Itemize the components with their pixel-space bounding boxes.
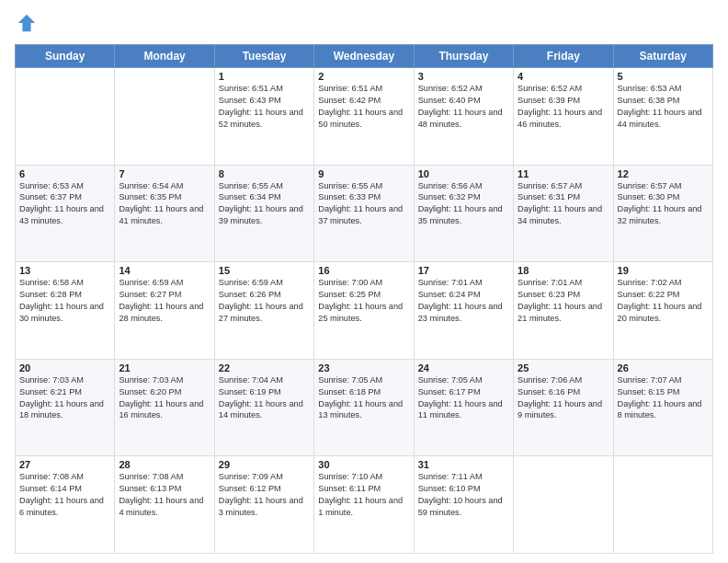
day-info: Sunrise: 6:51 AM Sunset: 6:42 PM Dayligh…: [318, 83, 409, 131]
day-number: 8: [219, 168, 310, 179]
day-info: Sunrise: 6:55 AM Sunset: 6:33 PM Dayligh…: [318, 180, 409, 228]
weekday-thursday: Thursday: [414, 45, 513, 68]
day-number: 12: [618, 168, 709, 179]
day-info: Sunrise: 7:08 AM Sunset: 6:13 PM Dayligh…: [119, 471, 210, 519]
day-number: 27: [19, 459, 110, 470]
day-info: Sunrise: 7:08 AM Sunset: 6:14 PM Dayligh…: [19, 471, 110, 519]
day-info: Sunrise: 6:53 AM Sunset: 6:38 PM Dayligh…: [618, 83, 709, 131]
day-info: Sunrise: 6:57 AM Sunset: 6:30 PM Dayligh…: [618, 180, 709, 228]
calendar-cell: 1Sunrise: 6:51 AM Sunset: 6:43 PM Daylig…: [214, 68, 313, 166]
day-number: 31: [418, 459, 509, 470]
day-info: Sunrise: 7:04 AM Sunset: 6:19 PM Dayligh…: [219, 374, 310, 422]
day-number: 9: [318, 168, 409, 179]
day-number: 30: [318, 459, 409, 470]
day-info: Sunrise: 7:11 AM Sunset: 6:10 PM Dayligh…: [418, 471, 509, 519]
day-info: Sunrise: 7:02 AM Sunset: 6:22 PM Dayligh…: [618, 277, 709, 325]
day-info: Sunrise: 6:54 AM Sunset: 6:35 PM Dayligh…: [119, 180, 210, 228]
logo: [15, 11, 37, 37]
day-number: 11: [518, 168, 609, 179]
day-number: 5: [618, 71, 709, 82]
weekday-friday: Friday: [514, 45, 613, 68]
calendar-cell: 29Sunrise: 7:09 AM Sunset: 6:12 PM Dayli…: [214, 456, 313, 554]
calendar-cell: [613, 456, 712, 554]
calendar-table: SundayMondayTuesdayWednesdayThursdayFrid…: [15, 44, 713, 554]
day-number: 13: [19, 265, 110, 276]
day-info: Sunrise: 6:57 AM Sunset: 6:31 PM Dayligh…: [518, 180, 609, 228]
day-number: 24: [418, 362, 509, 373]
day-info: Sunrise: 6:52 AM Sunset: 6:40 PM Dayligh…: [418, 83, 509, 131]
day-number: 23: [318, 362, 409, 373]
day-info: Sunrise: 7:05 AM Sunset: 6:17 PM Dayligh…: [418, 374, 509, 422]
weekday-tuesday: Tuesday: [214, 45, 313, 68]
day-number: 14: [119, 265, 210, 276]
day-info: Sunrise: 7:05 AM Sunset: 6:18 PM Dayligh…: [318, 374, 409, 422]
day-number: 19: [618, 265, 709, 276]
day-info: Sunrise: 6:56 AM Sunset: 6:32 PM Dayligh…: [418, 180, 509, 228]
calendar-cell: [16, 68, 115, 166]
calendar-cell: 6Sunrise: 6:53 AM Sunset: 6:37 PM Daylig…: [16, 165, 115, 262]
day-number: 6: [19, 168, 110, 179]
calendar-cell: 20Sunrise: 7:03 AM Sunset: 6:21 PM Dayli…: [16, 359, 115, 456]
calendar-cell: 17Sunrise: 7:01 AM Sunset: 6:24 PM Dayli…: [414, 262, 513, 360]
calendar-cell: 11Sunrise: 6:57 AM Sunset: 6:31 PM Dayli…: [514, 165, 613, 262]
week-row-4: 20Sunrise: 7:03 AM Sunset: 6:21 PM Dayli…: [16, 359, 713, 456]
calendar-cell: 24Sunrise: 7:05 AM Sunset: 6:17 PM Dayli…: [414, 359, 513, 456]
header: [15, 11, 713, 37]
calendar-cell: 19Sunrise: 7:02 AM Sunset: 6:22 PM Dayli…: [613, 262, 712, 360]
weekday-header-row: SundayMondayTuesdayWednesdayThursdayFrid…: [16, 45, 713, 68]
calendar-cell: 8Sunrise: 6:55 AM Sunset: 6:34 PM Daylig…: [214, 165, 313, 262]
day-number: 21: [119, 362, 210, 373]
day-number: 4: [518, 71, 609, 82]
calendar-cell: 21Sunrise: 7:03 AM Sunset: 6:20 PM Dayli…: [115, 359, 214, 456]
day-number: 7: [119, 168, 210, 179]
day-info: Sunrise: 6:51 AM Sunset: 6:43 PM Dayligh…: [219, 83, 310, 131]
day-number: 10: [418, 168, 509, 179]
calendar-cell: 23Sunrise: 7:05 AM Sunset: 6:18 PM Dayli…: [314, 359, 414, 456]
day-info: Sunrise: 7:06 AM Sunset: 6:16 PM Dayligh…: [518, 374, 609, 422]
day-info: Sunrise: 6:52 AM Sunset: 6:39 PM Dayligh…: [518, 83, 609, 131]
day-number: 3: [418, 71, 509, 82]
day-number: 22: [219, 362, 310, 373]
day-number: 29: [219, 459, 310, 470]
calendar-cell: 22Sunrise: 7:04 AM Sunset: 6:19 PM Dayli…: [214, 359, 313, 456]
calendar-cell: 3Sunrise: 6:52 AM Sunset: 6:40 PM Daylig…: [414, 68, 513, 166]
day-info: Sunrise: 7:10 AM Sunset: 6:11 PM Dayligh…: [318, 471, 409, 519]
calendar-cell: 26Sunrise: 7:07 AM Sunset: 6:15 PM Dayli…: [613, 359, 712, 456]
calendar-cell: 15Sunrise: 6:59 AM Sunset: 6:26 PM Dayli…: [214, 262, 313, 360]
day-info: Sunrise: 7:07 AM Sunset: 6:15 PM Dayligh…: [618, 374, 709, 422]
calendar-cell: 18Sunrise: 7:01 AM Sunset: 6:23 PM Dayli…: [514, 262, 613, 360]
calendar-cell: 5Sunrise: 6:53 AM Sunset: 6:38 PM Daylig…: [613, 68, 712, 166]
calendar-cell: [115, 68, 214, 166]
day-info: Sunrise: 6:55 AM Sunset: 6:34 PM Dayligh…: [219, 180, 310, 228]
week-row-2: 6Sunrise: 6:53 AM Sunset: 6:37 PM Daylig…: [16, 165, 713, 262]
calendar-cell: 7Sunrise: 6:54 AM Sunset: 6:35 PM Daylig…: [115, 165, 214, 262]
day-info: Sunrise: 6:59 AM Sunset: 6:27 PM Dayligh…: [119, 277, 210, 325]
day-number: 18: [518, 265, 609, 276]
calendar-cell: 30Sunrise: 7:10 AM Sunset: 6:11 PM Dayli…: [314, 456, 414, 554]
weekday-monday: Monday: [115, 45, 214, 68]
day-number: 28: [119, 459, 210, 470]
calendar-cell: 27Sunrise: 7:08 AM Sunset: 6:14 PM Dayli…: [16, 456, 115, 554]
calendar-cell: 4Sunrise: 6:52 AM Sunset: 6:39 PM Daylig…: [514, 68, 613, 166]
svg-marker-0: [18, 15, 35, 31]
day-info: Sunrise: 7:00 AM Sunset: 6:25 PM Dayligh…: [318, 277, 409, 325]
day-info: Sunrise: 6:59 AM Sunset: 6:26 PM Dayligh…: [219, 277, 310, 325]
day-info: Sunrise: 6:58 AM Sunset: 6:28 PM Dayligh…: [19, 277, 110, 325]
calendar-cell: 31Sunrise: 7:11 AM Sunset: 6:10 PM Dayli…: [414, 456, 513, 554]
calendar-cell: [514, 456, 613, 554]
week-row-1: 1Sunrise: 6:51 AM Sunset: 6:43 PM Daylig…: [16, 68, 713, 166]
day-info: Sunrise: 7:01 AM Sunset: 6:24 PM Dayligh…: [418, 277, 509, 325]
day-number: 2: [318, 71, 409, 82]
calendar-cell: 14Sunrise: 6:59 AM Sunset: 6:27 PM Dayli…: [115, 262, 214, 360]
calendar-cell: 10Sunrise: 6:56 AM Sunset: 6:32 PM Dayli…: [414, 165, 513, 262]
day-info: Sunrise: 7:09 AM Sunset: 6:12 PM Dayligh…: [219, 471, 310, 519]
week-row-5: 27Sunrise: 7:08 AM Sunset: 6:14 PM Dayli…: [16, 456, 713, 554]
logo-icon: [17, 13, 37, 33]
page: SundayMondayTuesdayWednesdayThursdayFrid…: [0, 0, 728, 563]
day-number: 15: [219, 265, 310, 276]
day-number: 20: [19, 362, 110, 373]
calendar-cell: 13Sunrise: 6:58 AM Sunset: 6:28 PM Dayli…: [16, 262, 115, 360]
day-number: 25: [518, 362, 609, 373]
day-info: Sunrise: 7:03 AM Sunset: 6:20 PM Dayligh…: [119, 374, 210, 422]
day-number: 16: [318, 265, 409, 276]
